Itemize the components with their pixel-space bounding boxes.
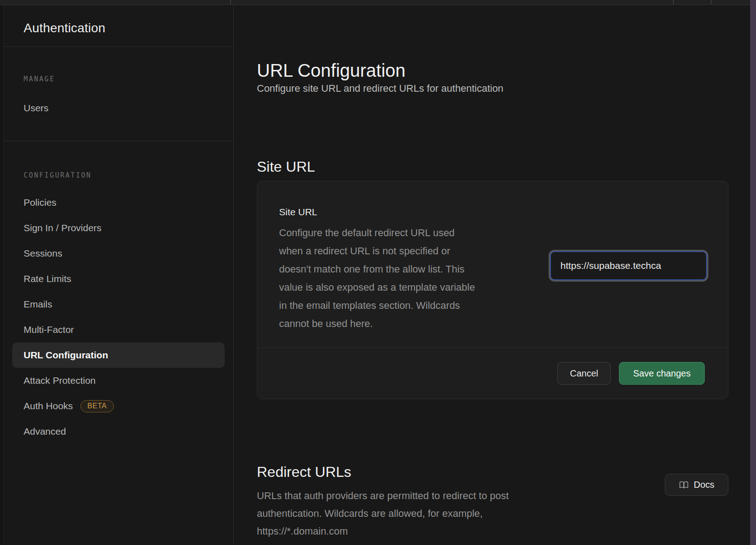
page-subtitle: Configure site URL and redirect URLs for… bbox=[257, 83, 503, 94]
divider bbox=[4, 46, 234, 47]
section-label-manage: MANAGE bbox=[24, 75, 55, 83]
docs-button[interactable]: Docs bbox=[665, 474, 728, 496]
topbar-divider bbox=[230, 0, 231, 5]
sidebar-item-label: Rate Limits bbox=[24, 273, 71, 284]
section-label-configuration: CONFIGURATION bbox=[24, 171, 92, 179]
site-url-input[interactable] bbox=[550, 251, 707, 280]
beta-badge: BETA bbox=[80, 400, 114, 412]
sidebar-item-multi-factor[interactable]: Multi-Factor bbox=[12, 317, 225, 342]
right-edge-strip bbox=[750, 0, 756, 545]
sidebar-item-sign-in-providers[interactable]: Sign In / Providers bbox=[12, 215, 225, 241]
top-edge-bar bbox=[0, 0, 756, 5]
divider bbox=[4, 141, 234, 141]
sidebar-item-label: Policies bbox=[24, 197, 56, 208]
docs-button-label: Docs bbox=[694, 480, 715, 490]
sidebar-item-label: URL Configuration bbox=[24, 350, 108, 361]
sidebar-item-label: Sign In / Providers bbox=[24, 223, 102, 233]
site-url-heading: Site URL bbox=[257, 159, 315, 175]
sidebar-item-rate-limits[interactable]: Rate Limits bbox=[12, 266, 225, 292]
sidebar-title: Authentication bbox=[24, 21, 105, 35]
main-content: URL Configuration Configure site URL and… bbox=[257, 0, 728, 545]
auth-sidebar: Authentication MANAGE Users CONFIGURATIO… bbox=[4, 5, 234, 545]
sidebar-item-attack-protection[interactable]: Attack Protection bbox=[12, 368, 225, 393]
sidebar-item-advanced[interactable]: Advanced bbox=[12, 419, 225, 444]
sidebar-item-policies[interactable]: Policies bbox=[12, 190, 225, 215]
sidebar-item-label: Attack Protection bbox=[24, 375, 96, 386]
site-url-field-description: Configure the default redirect URL used … bbox=[279, 224, 524, 333]
manage-nav-list: Users bbox=[4, 95, 234, 121]
sidebar-item-url-configuration[interactable]: URL Configuration bbox=[12, 342, 225, 368]
book-icon bbox=[679, 480, 689, 490]
redirect-urls-description: URLs that auth providers are permitted t… bbox=[257, 487, 602, 540]
sidebar-item-auth-hooks[interactable]: Auth HooksBETA bbox=[12, 393, 225, 419]
sidebar-item-sessions[interactable]: Sessions bbox=[12, 241, 225, 266]
cancel-button[interactable]: Cancel bbox=[557, 362, 611, 385]
site-url-card-footer: Cancel Save changes bbox=[257, 347, 728, 399]
sidebar-item-label: Users bbox=[24, 103, 49, 114]
sidebar-item-label: Multi-Factor bbox=[24, 324, 74, 335]
topbar-divider bbox=[673, 0, 674, 5]
site-url-field-label: Site URL bbox=[279, 207, 317, 218]
sidebar-item-label: Advanced bbox=[24, 426, 66, 437]
sidebar-item-emails[interactable]: Emails bbox=[12, 292, 225, 317]
save-changes-button[interactable]: Save changes bbox=[619, 362, 705, 385]
topbar-divider bbox=[711, 0, 712, 5]
configuration-nav-list: PoliciesSign In / ProvidersSessionsRate … bbox=[4, 190, 234, 444]
site-url-card: Site URL Configure the default redirect … bbox=[257, 181, 728, 399]
left-edge-strip bbox=[0, 5, 4, 545]
sidebar-item-label: Auth Hooks bbox=[24, 401, 73, 411]
sidebar-item-label: Emails bbox=[24, 299, 52, 310]
sidebar-item-users[interactable]: Users bbox=[12, 95, 225, 121]
page-title: URL Configuration bbox=[257, 60, 406, 81]
redirect-urls-heading: Redirect URLs bbox=[257, 464, 351, 481]
sidebar-item-label: Sessions bbox=[24, 248, 62, 259]
